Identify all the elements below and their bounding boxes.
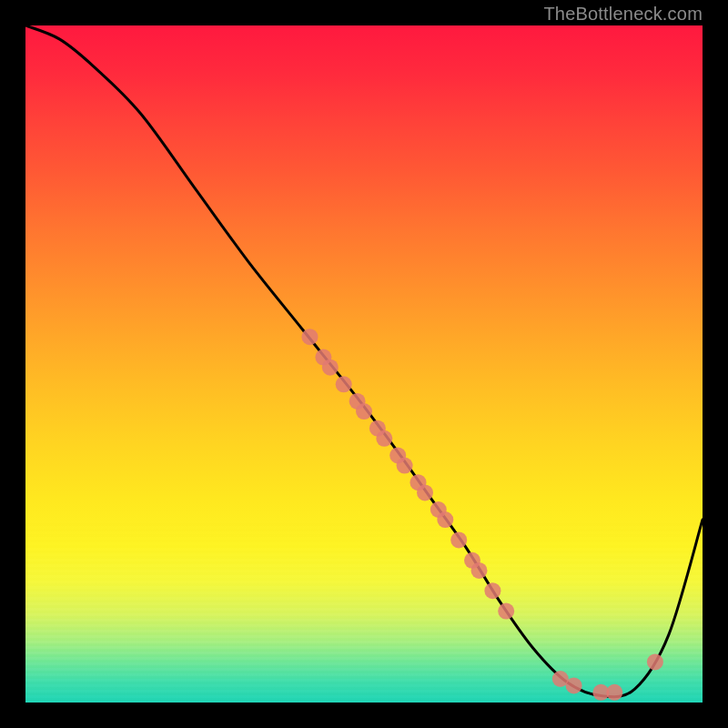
plot-area [25,25,703,703]
marker-point [302,329,318,345]
bottleneck-curve [25,25,703,697]
marker-point [397,458,413,474]
marker-point [566,677,582,693]
marker-point [647,653,663,670]
marker-point [471,562,488,579]
watermark-text: TheBottleneck.com [543,4,703,25]
marker-point [336,376,352,392]
marker-point [450,531,467,548]
marker-point [376,430,392,447]
marker-group [302,329,663,701]
marker-point [606,684,622,701]
marker-point [417,484,433,500]
chart-stage: TheBottleneck.com [0,0,728,728]
marker-point [356,403,372,420]
marker-point [322,359,339,376]
marker-point [498,603,514,620]
curve-layer [25,25,703,703]
marker-point [437,511,453,528]
marker-point [484,582,500,599]
